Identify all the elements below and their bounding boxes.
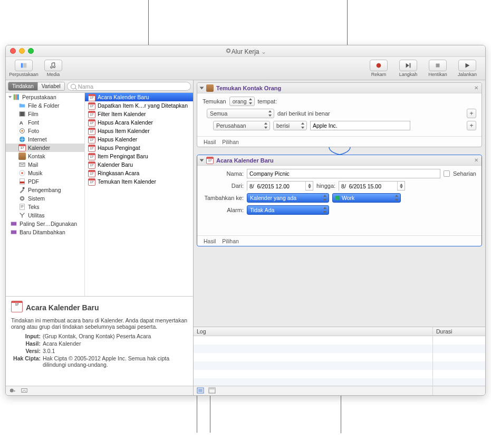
event-name-input[interactable]: [247, 169, 440, 178]
tree-item-mail[interactable]: Mail: [6, 160, 84, 169]
tree-item-pdf[interactable]: PDF: [6, 177, 84, 186]
from-date-stepper[interactable]: [305, 182, 313, 190]
results-tab[interactable]: Hasil: [204, 139, 216, 145]
disclosure-icon[interactable]: [200, 87, 204, 89]
step-button[interactable]: Langkah: [394, 60, 422, 77]
books-icon: [13, 94, 20, 100]
tree-most-used[interactable]: Paling Ser…Digunakan: [6, 220, 84, 228]
mail-icon: [18, 161, 26, 168]
svg-rect-5: [410, 63, 411, 68]
svg-rect-2: [21, 63, 23, 68]
tree-item-utilities[interactable]: Utilitas: [6, 211, 84, 220]
search-icon: [71, 84, 76, 89]
results-tab[interactable]: Hasil: [204, 238, 216, 244]
find-type-select[interactable]: orang: [229, 97, 255, 106]
tree-item-system[interactable]: Sistem: [6, 194, 84, 203]
tree-item-music[interactable]: Musik: [6, 169, 84, 177]
window-title: Alur Kerja ⌄: [6, 47, 485, 55]
add-group-button[interactable]: +: [467, 109, 476, 118]
action-item[interactable]: Kalender Baru: [85, 160, 193, 169]
tree-recently-added[interactable]: Baru Ditambahkan: [6, 228, 84, 236]
match-all-select[interactable]: Semua: [207, 109, 274, 118]
to-date-input[interactable]: [339, 182, 397, 191]
svg-rect-8: [15, 94, 17, 100]
zoom-button[interactable]: [28, 48, 34, 54]
svg-point-19: [21, 172, 23, 174]
tree-item-developer[interactable]: Pengembang: [6, 186, 84, 194]
action-item[interactable]: Dapatkan Item K…r yang Ditetapkan: [85, 101, 193, 110]
disclosure-icon[interactable]: [200, 159, 204, 161]
log-body: [194, 336, 432, 386]
tree-item-calendar[interactable]: Kalender: [6, 144, 84, 152]
svg-rect-25: [20, 204, 25, 210]
toolbar: Perpustakaan Media Rekam Langkah Hentika…: [6, 57, 485, 80]
run-button[interactable]: Jalankan: [454, 60, 481, 77]
remove-action-button[interactable]: ✕: [474, 157, 478, 163]
seg-actions[interactable]: Tindakan: [8, 82, 38, 90]
folder-icon: [18, 102, 26, 109]
action-item[interactable]: Hapus Pengingat: [85, 144, 193, 152]
criteria-value-input[interactable]: [310, 121, 410, 130]
svg-point-4: [377, 63, 381, 68]
svg-point-1: [227, 50, 229, 52]
media-button[interactable]: Media: [40, 60, 67, 77]
info-pane: Acara Kalender Baru Tindakan ini membuat…: [6, 296, 193, 386]
action-new-calendar-event[interactable]: Acara Kalender Baru: [85, 93, 193, 101]
gear-menu-icon[interactable]: [9, 387, 16, 395]
svg-point-28: [10, 388, 14, 392]
action-find-contacts[interactable]: Temukan Kontak Orang ✕ Temukan orang tem…: [197, 82, 482, 147]
tree-item-internet[interactable]: Internet: [6, 135, 84, 144]
close-button[interactable]: [10, 48, 16, 54]
toggle-info-icon[interactable]: [21, 387, 28, 395]
add-row-button[interactable]: +: [467, 121, 476, 130]
action-new-calendar-event[interactable]: Acara Kalender Baru ✕ Nama: Seharian Dar…: [197, 155, 482, 246]
action-item[interactable]: Hapus Kalender: [85, 135, 193, 144]
tree-item-photo[interactable]: Foto: [6, 127, 84, 135]
options-tab[interactable]: Pilihan: [222, 238, 239, 244]
tree-item-contacts[interactable]: Kontak: [6, 152, 84, 160]
remove-action-button[interactable]: ✕: [474, 85, 478, 91]
options-tab[interactable]: Pilihan: [222, 139, 239, 145]
workflow-icon: [225, 47, 230, 52]
search-input[interactable]: Nama: [67, 82, 191, 91]
workflow-area: Temukan Kontak Orang ✕ Temukan orang tem…: [194, 80, 485, 395]
to-date-stepper[interactable]: [397, 182, 405, 190]
tree-item-text[interactable]: Teks: [6, 203, 84, 211]
op-select[interactable]: berisi: [273, 121, 307, 130]
tree-item-font[interactable]: AFont: [6, 118, 84, 127]
add-to-select[interactable]: Kalender yang ada: [247, 193, 329, 203]
tree-root[interactable]: Perpustakaan: [6, 93, 84, 101]
action-item[interactable]: Filter Item Kalender: [85, 110, 193, 118]
record-button[interactable]: Rekam: [365, 60, 392, 77]
callout-line: [148, 0, 149, 45]
action-item[interactable]: Hapus Acara Kalender: [85, 118, 193, 127]
library-button[interactable]: Perpustakaan: [10, 60, 37, 77]
action-item[interactable]: Item Pengingat Baru: [85, 152, 193, 160]
tree-item-files[interactable]: File & Folder: [6, 101, 84, 110]
callout-line: [197, 396, 197, 433]
from-date-input[interactable]: [247, 182, 305, 191]
allday-checkbox[interactable]: [444, 170, 450, 177]
variables-view-icon[interactable]: [208, 387, 216, 395]
log-header[interactable]: Log: [194, 327, 432, 336]
svg-point-15: [21, 130, 23, 132]
field-select[interactable]: Perusahaan: [213, 121, 270, 130]
action-item[interactable]: Hapus Item Kalender: [85, 127, 193, 135]
workflow-canvas[interactable]: Temukan Kontak Orang ✕ Temukan orang tem…: [194, 80, 485, 327]
svg-rect-9: [17, 94, 19, 100]
calendar-select[interactable]: Work: [332, 193, 401, 203]
tree-item-film[interactable]: Film: [6, 110, 84, 118]
seg-variables[interactable]: Variabel: [38, 82, 64, 90]
sidebar: Tindakan Variabel Nama Perpustakaan File…: [6, 80, 194, 395]
font-icon: A: [18, 119, 26, 126]
stop-button[interactable]: Hentikan: [424, 60, 451, 77]
calendar-icon: [18, 145, 26, 151]
sidebar-mode-segment[interactable]: Tindakan Variabel: [8, 82, 65, 91]
minimize-button[interactable]: [19, 48, 25, 54]
action-list: Acara Kalender Baru Dapatkan Item K…r ya…: [85, 93, 193, 296]
action-item[interactable]: Ringkasan Acara: [85, 169, 193, 177]
log-view-icon[interactable]: [197, 387, 204, 395]
alarm-select[interactable]: Tidak Ada: [247, 205, 329, 215]
duration-header[interactable]: Durasi: [433, 327, 485, 336]
action-item[interactable]: Temukan Item Kalender: [85, 177, 193, 186]
